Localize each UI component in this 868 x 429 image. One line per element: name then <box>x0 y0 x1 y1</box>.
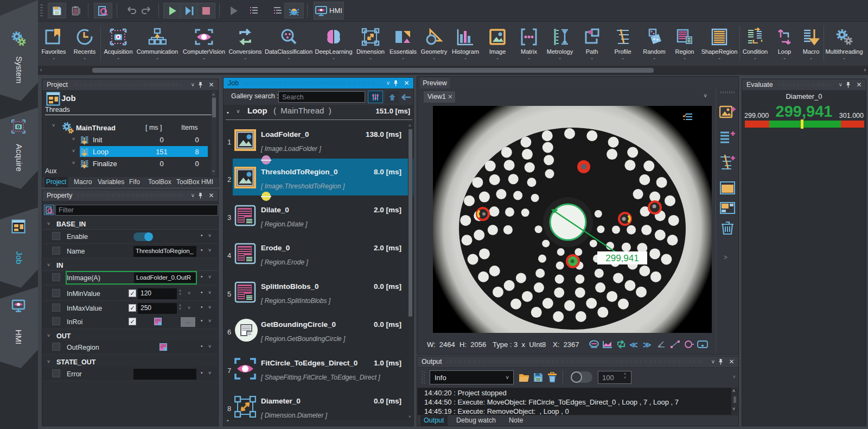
svg-text:299,941: 299,941 <box>605 253 639 263</box>
